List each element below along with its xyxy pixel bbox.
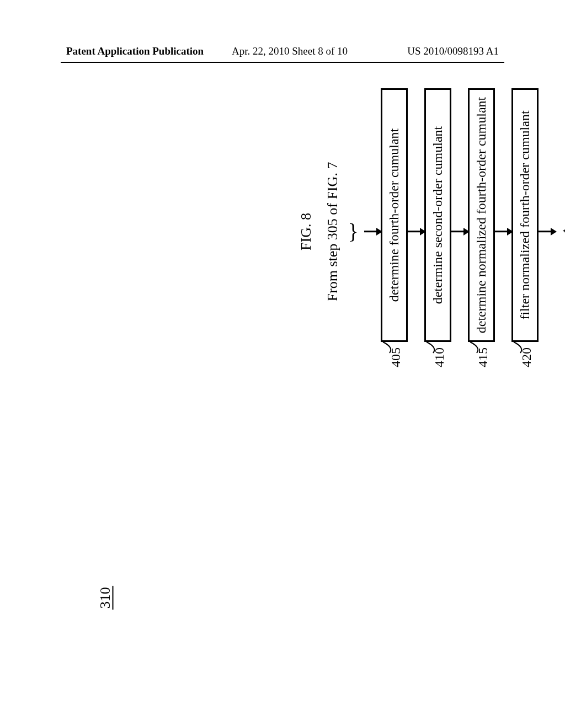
brace-bottom-icon: } bbox=[555, 225, 565, 238]
step-row-415: 415 determine normalized fourth-order cu… bbox=[468, 77, 495, 386]
flowchart: 405 determine fourth-order cumulant 410 … bbox=[364, 77, 555, 386]
header-left: Patent Application Publication bbox=[66, 45, 204, 57]
from-step-label: From step 305 of FIG. 7 bbox=[324, 77, 341, 386]
figure-8-wrap: FIG. 8 From step 305 of FIG. 7 } 405 det… bbox=[298, 77, 565, 386]
step-row-410: 410 determine second-order cumulant bbox=[424, 77, 451, 386]
step-box-415: determine normalized fourth-order cumula… bbox=[468, 88, 495, 342]
header-rule bbox=[61, 62, 504, 63]
figure-page-ref-310: 310 bbox=[98, 586, 114, 610]
step-box-405: determine fourth-order cumulant bbox=[381, 88, 408, 342]
ref-tick-icon bbox=[382, 341, 393, 354]
ref-tick-icon bbox=[425, 341, 436, 354]
figure-label: FIG. 8 bbox=[298, 77, 315, 386]
ref-tick-icon bbox=[469, 341, 480, 354]
brace-top-icon: } bbox=[342, 225, 364, 238]
step-box-410: determine second-order cumulant bbox=[424, 88, 451, 342]
page: Patent Application Publication Apr. 22, … bbox=[0, 0, 565, 728]
step-row-405: 405 determine fourth-order cumulant bbox=[381, 77, 408, 386]
header-center: Apr. 22, 2010 Sheet 8 of 10 bbox=[232, 45, 348, 57]
step-row-420: 420 filter normalized fourth-order cumul… bbox=[511, 77, 539, 386]
ref-tick-icon bbox=[513, 341, 524, 354]
page-header: Patent Application Publication Apr. 22, … bbox=[0, 45, 565, 62]
header-right: US 2010/0098193 A1 bbox=[407, 45, 499, 57]
step-box-420: filter normalized fourth-order cumulant bbox=[511, 88, 539, 342]
figure-8: FIG. 8 From step 305 of FIG. 7 } 405 det… bbox=[298, 77, 565, 386]
